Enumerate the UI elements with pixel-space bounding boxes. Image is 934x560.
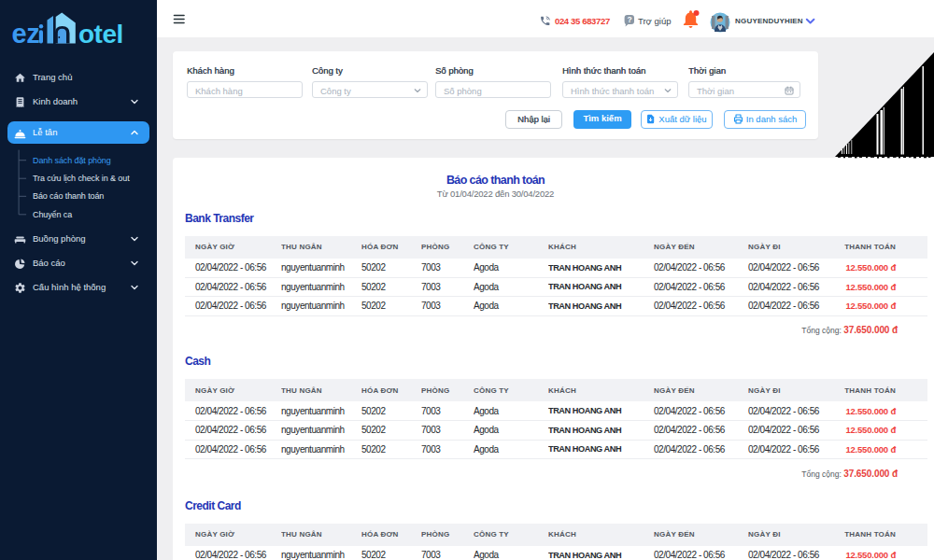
svg-text:ez: ez (12, 19, 40, 49)
svg-text:otel: otel (78, 20, 123, 49)
svg-text:?: ? (628, 15, 632, 24)
